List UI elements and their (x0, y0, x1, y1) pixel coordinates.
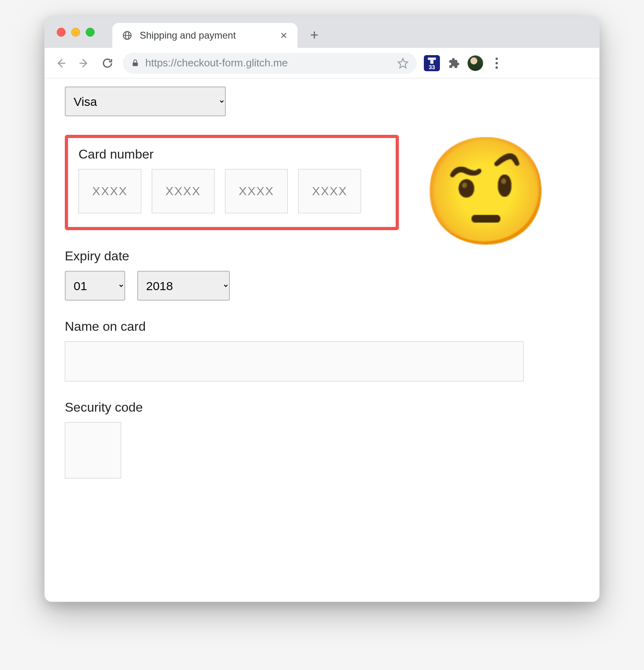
browser-tab[interactable]: Shipping and payment (112, 23, 297, 48)
browser-menu-button[interactable] (491, 58, 503, 69)
card-number-input-4[interactable] (298, 169, 361, 213)
expiry-year-select[interactable]: 2018 (137, 271, 230, 301)
profile-avatar[interactable] (467, 55, 483, 71)
svg-marker-10 (398, 58, 407, 68)
back-button[interactable] (53, 55, 69, 71)
close-icon[interactable] (278, 30, 289, 41)
card-number-segments (78, 169, 385, 213)
expiry-field: Expiry date 01 2018 (65, 249, 579, 301)
extensions-icon[interactable] (447, 57, 460, 70)
window-titlebar: Shipping and payment (45, 16, 599, 48)
address-bar[interactable]: https://checkout-form.glitch.me (123, 53, 417, 74)
browser-toolbar: https://checkout-form.glitch.me 33 (45, 48, 599, 78)
new-tab-button[interactable] (307, 28, 322, 42)
security-code-field: Security code (65, 400, 579, 478)
window-zoom-button[interactable] (86, 28, 95, 37)
window-minimize-button[interactable] (71, 28, 80, 37)
extension-badge-count: 33 (429, 64, 435, 70)
window-controls (57, 28, 95, 37)
lock-icon (131, 59, 140, 68)
card-number-input-1[interactable] (78, 169, 141, 213)
card-type-field: Visa (65, 87, 579, 116)
card-number-highlight: Card number (65, 135, 399, 230)
globe-icon (122, 30, 132, 41)
forward-button[interactable] (76, 55, 92, 71)
url-text: https://checkout-form.glitch.me (145, 57, 392, 69)
extension-badge[interactable]: 33 (424, 55, 440, 71)
security-code-label: Security code (65, 400, 579, 415)
card-number-input-3[interactable] (225, 169, 288, 213)
svg-rect-9 (133, 62, 138, 66)
page-content: 🤨 Visa Card number Expiry date (45, 78, 599, 602)
reload-button[interactable] (99, 55, 116, 71)
name-on-card-field: Name on card (65, 319, 579, 381)
security-code-input[interactable] (65, 422, 121, 478)
name-on-card-input[interactable] (65, 341, 524, 381)
browser-window: Shipping and payment (44, 16, 600, 602)
tab-title: Shipping and payment (140, 30, 271, 41)
card-number-label: Card number (78, 147, 385, 162)
expiry-month-select[interactable]: 01 (65, 271, 125, 301)
card-number-input-2[interactable] (152, 169, 215, 213)
window-close-button[interactable] (57, 28, 66, 37)
raised-eyebrow-emoji: 🤨 (421, 139, 551, 243)
card-type-select[interactable]: Visa (65, 87, 226, 116)
name-on-card-label: Name on card (65, 319, 579, 334)
star-icon[interactable] (397, 58, 409, 69)
expiry-label: Expiry date (65, 249, 579, 264)
